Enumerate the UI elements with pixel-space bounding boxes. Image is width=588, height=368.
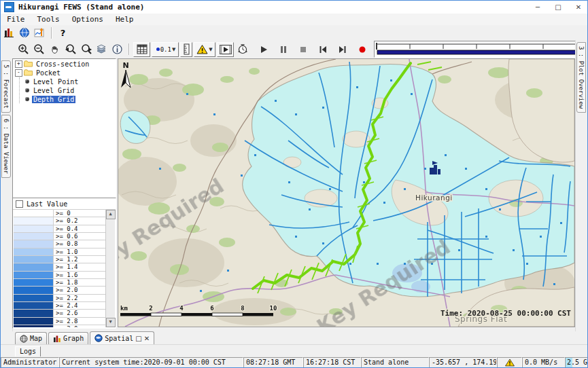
database-display-icon[interactable] <box>1 26 16 40</box>
dock-tab-forecast[interactable]: 5 : Forecast <box>1 60 11 113</box>
svg-text:6: 6 <box>210 305 213 312</box>
dock-tab-data-viewer[interactable]: 6 : Data Viewer <box>1 115 11 178</box>
map-canvas[interactable]: API Key Required API Key Required Hikura… <box>118 58 575 327</box>
layers-icon[interactable] <box>94 42 109 56</box>
toolbar-separator <box>51 27 52 39</box>
menu-help[interactable]: Help <box>109 15 140 24</box>
expander-icon[interactable]: + <box>15 60 22 68</box>
timeline-slider[interactable] <box>374 41 588 58</box>
tab-spatial[interactable]: Spatial □ ✕ <box>90 331 154 344</box>
zoom-in-icon[interactable] <box>16 42 31 56</box>
skip-to-start-button[interactable] <box>315 42 330 56</box>
left-dock-strip: 5 : Forecast 6 : Data Viewer <box>1 58 13 331</box>
info-icon[interactable] <box>109 42 125 56</box>
main-toolbar: ? <box>1 25 588 40</box>
zoom-next-icon[interactable] <box>78 42 94 56</box>
legend-row[interactable]: >= 2.2 <box>14 295 106 302</box>
last-value-checkbox[interactable] <box>16 200 23 208</box>
legend-swatch <box>14 263 54 270</box>
legend-row[interactable]: >= 1.8 <box>14 279 106 287</box>
legend-row[interactable]: >= 1.2 <box>14 256 106 263</box>
record-button[interactable] <box>354 42 370 56</box>
legend-swatch <box>14 279 54 286</box>
status-coordinates: -35.657 , 174.199 <box>429 357 497 368</box>
status-bar: Administrator Current system time:2020-0… <box>1 356 588 368</box>
menu-options[interactable]: Options <box>66 15 109 24</box>
scroll-down-icon[interactable]: ▼ <box>106 318 116 327</box>
scroll-up-icon[interactable]: ▲ <box>106 210 116 219</box>
zoom-previous-icon[interactable] <box>63 42 78 56</box>
tree-item-level-grid[interactable]: Level Grid <box>20 86 116 94</box>
tab-maximize-icon[interactable]: □ <box>135 335 141 342</box>
legend-row[interactable]: >= 2.0 <box>14 287 106 294</box>
pause-button[interactable] <box>275 42 291 56</box>
legend-swatch <box>14 233 54 240</box>
bar-chart-icon <box>53 335 61 343</box>
ruler-button[interactable] <box>180 42 192 57</box>
timeseries-display-icon[interactable] <box>32 26 48 40</box>
minimize-button[interactable]: ─ <box>528 1 548 14</box>
status-gmt-time: 08:27:18 GMT <box>243 357 303 368</box>
legend-row[interactable]: >= 0.2 <box>14 217 106 225</box>
close-button[interactable]: ✕ <box>568 1 588 14</box>
status-user: Administrator <box>1 357 59 368</box>
tree-item-depth-grid[interactable]: Depth Grid <box>20 95 116 103</box>
legend-swatch <box>14 302 54 309</box>
menu-file[interactable]: File <box>1 15 31 24</box>
status-mode: Stand alone <box>361 357 429 368</box>
map-svg: API Key Required API Key Required Hikura… <box>118 59 574 327</box>
legend-row[interactable]: >= 1.4 <box>14 263 106 271</box>
tree-item-level-point[interactable]: Level Point <box>20 77 116 86</box>
legend-row[interactable]: >= 0.6 <box>14 233 106 240</box>
spatial-display-icon[interactable] <box>16 26 32 40</box>
animation-timer-icon[interactable] <box>235 42 250 56</box>
legend-swatch <box>14 272 54 278</box>
legend-row[interactable]: >= 3.0 <box>14 325 106 327</box>
legend-row[interactable]: >= 0.8 <box>14 240 106 248</box>
contour-dot-icon <box>156 48 160 51</box>
legend-row[interactable]: >= 2.8 <box>14 318 106 325</box>
title-bar: Hikurangi FEWS (Stand alone) ─ □ ✕ <box>1 1 588 14</box>
legend-row[interactable]: >= 1.0 <box>14 249 106 256</box>
warning-icon <box>505 358 515 367</box>
tab-close-icon[interactable]: ✕ <box>144 335 150 342</box>
legend-row[interactable]: >= 2.6 <box>14 310 106 317</box>
logs-row: Logs <box>1 344 588 357</box>
pan-hand-icon[interactable] <box>47 42 63 56</box>
legend-row[interactable]: >= 0 <box>14 210 106 217</box>
legend-scrollbar[interactable]: ▲ ▼ <box>105 210 115 327</box>
tree-item-pocket[interactable]: - Pocket <box>13 69 116 77</box>
flood-extent-west <box>120 111 150 144</box>
status-local-time: 16:27:18 CST <box>303 357 361 368</box>
status-download-speed: 0.0 MB/s <box>522 357 565 368</box>
legend-row[interactable]: >= 2.4 <box>14 302 106 310</box>
expander-icon[interactable]: - <box>15 69 22 77</box>
legend-swatch <box>14 240 54 247</box>
grid-display-button[interactable] <box>133 42 150 57</box>
tab-graph[interactable]: Graph <box>48 332 88 344</box>
svg-text:km: km <box>120 305 128 312</box>
legend-swatch <box>14 249 54 255</box>
skip-to-end-button[interactable] <box>334 42 350 56</box>
legend-list: >= 0 >= 0.2 >= 0.4 >= 0.6 >= 0.8 >= 1.0 … <box>14 210 106 327</box>
tab-map[interactable]: Map <box>15 332 47 344</box>
logs-button[interactable]: Logs <box>15 346 41 357</box>
zoom-out-icon[interactable] <box>31 42 47 56</box>
dock-tab-plot-overview[interactable]: 3 : Plot Overview <box>576 42 586 113</box>
svg-text:N: N <box>122 61 128 70</box>
contour-value-dropdown[interactable]: 0.1 ▼ <box>152 42 179 57</box>
menu-tools[interactable]: Tools <box>31 15 66 24</box>
animation-player-button[interactable] <box>217 42 234 57</box>
maximize-button[interactable]: □ <box>548 1 568 14</box>
tree-item-cross-section[interactable]: + Cross-section <box>13 60 116 68</box>
legend-row[interactable]: >= 0.4 <box>14 225 106 233</box>
help-button[interactable]: ? <box>55 26 71 40</box>
play-button[interactable] <box>256 42 271 56</box>
status-warning-cell[interactable] <box>497 357 522 368</box>
chevron-down-icon: ▼ <box>172 47 175 52</box>
town-label: Hikurangi <box>415 194 453 202</box>
thresholds-dropdown[interactable]: ▼ <box>194 42 215 57</box>
stop-button[interactable] <box>295 42 311 56</box>
svg-text:2: 2 <box>149 305 152 312</box>
legend-row[interactable]: >= 1.6 <box>14 272 106 279</box>
